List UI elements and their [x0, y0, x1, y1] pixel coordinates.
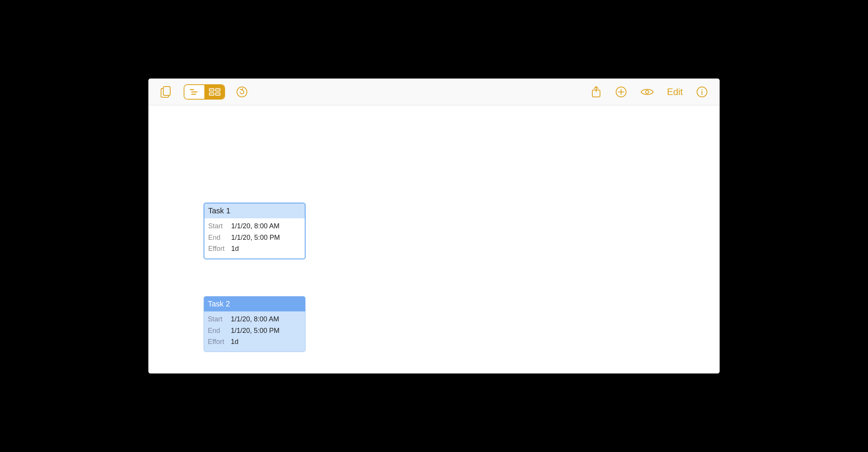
- field-label: End: [208, 325, 225, 337]
- svg-point-19: [702, 89, 702, 90]
- field-value: 1d: [231, 243, 239, 255]
- task-field-effort: Effort 1d: [208, 243, 301, 255]
- view-mode-outline[interactable]: [184, 85, 204, 99]
- view-mode-segmented: [184, 84, 225, 100]
- svg-point-12: [237, 87, 247, 97]
- task-field-end: End 1/1/20, 5:00 PM: [208, 325, 301, 337]
- field-label: Start: [208, 314, 225, 325]
- documents-icon[interactable]: [160, 85, 173, 98]
- task-field-start: Start 1/1/20, 8:00 AM: [208, 221, 301, 232]
- svg-rect-6: [215, 88, 220, 91]
- task-card-title: Task 1: [204, 203, 305, 218]
- toolbar-right: Edit: [590, 85, 708, 98]
- task-card-title: Task 2: [204, 296, 305, 311]
- task-card[interactable]: Task 1 Start 1/1/20, 8:00 AM End 1/1/20,…: [204, 203, 306, 259]
- field-value: 1/1/20, 8:00 AM: [231, 221, 279, 232]
- task-field-start: Start 1/1/20, 8:00 AM: [208, 314, 301, 325]
- edit-button[interactable]: Edit: [667, 87, 683, 97]
- add-icon[interactable]: [615, 86, 627, 98]
- field-label: End: [208, 232, 226, 244]
- toolbar-left: [160, 84, 248, 100]
- svg-rect-8: [209, 93, 214, 95]
- task-field-end: End 1/1/20, 5:00 PM: [208, 232, 301, 244]
- task-card-body: Start 1/1/20, 8:00 AM End 1/1/20, 5:00 P…: [204, 311, 305, 352]
- share-icon[interactable]: [590, 85, 602, 98]
- task-field-effort: Effort 1d: [208, 336, 301, 348]
- svg-rect-0: [163, 87, 170, 95]
- canvas[interactable]: Task 1 Start 1/1/20, 8:00 AM End 1/1/20,…: [148, 105, 720, 373]
- field-value: 1/1/20, 5:00 PM: [231, 232, 280, 244]
- svg-rect-4: [209, 88, 214, 91]
- svg-point-17: [646, 90, 649, 93]
- toolbar: Edit: [148, 79, 720, 105]
- eye-icon[interactable]: [640, 87, 654, 97]
- svg-rect-10: [215, 93, 220, 95]
- field-label: Effort: [208, 336, 225, 348]
- view-mode-cards[interactable]: [204, 85, 224, 99]
- task-card-selected[interactable]: Task 2 Start 1/1/20, 8:00 AM End 1/1/20,…: [204, 296, 306, 352]
- info-icon[interactable]: [696, 86, 708, 98]
- undo-icon[interactable]: [236, 86, 248, 98]
- field-value: 1/1/20, 8:00 AM: [231, 314, 279, 325]
- task-card-body: Start 1/1/20, 8:00 AM End 1/1/20, 5:00 P…: [204, 218, 305, 259]
- field-value: 1/1/20, 5:00 PM: [231, 325, 279, 337]
- field-label: Effort: [208, 243, 226, 255]
- app-window: Edit Task 1 Start 1/1/20, 8:00 AM End: [148, 79, 720, 373]
- field-value: 1d: [231, 336, 238, 348]
- field-label: Start: [208, 221, 226, 232]
